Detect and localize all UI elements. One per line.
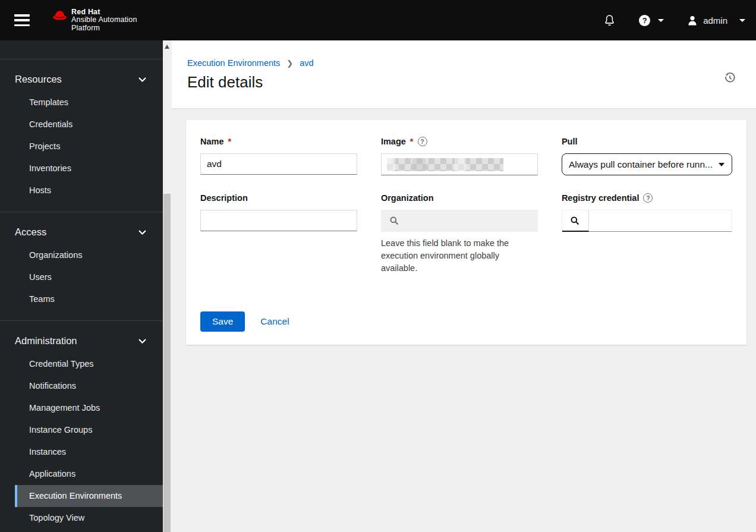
user-icon bbox=[688, 15, 697, 26]
registry-credential-label: Registry credential bbox=[562, 193, 732, 203]
sidebar-item-inventories[interactable]: Inventories bbox=[15, 158, 163, 180]
user-menu-button[interactable]: admin bbox=[688, 15, 745, 26]
sidebar-item-credential-types[interactable]: Credential Types bbox=[15, 353, 163, 375]
name-label-text: Name bbox=[200, 137, 224, 146]
pull-selected-option: Always pull container before runn... bbox=[569, 159, 713, 170]
page-body: Name Image bbox=[172, 108, 756, 532]
brand-logo: Red Hat Ansible Automation Platform bbox=[52, 8, 137, 33]
history-icon bbox=[723, 71, 736, 84]
sidebar-scrollbar bbox=[163, 40, 172, 532]
nav-group-toggle-access[interactable]: Access bbox=[0, 220, 163, 244]
description-input[interactable] bbox=[200, 210, 357, 231]
field-organization: Organization Leave this field blank to m… bbox=[381, 193, 538, 275]
sidebar-item-execution-environments[interactable]: Execution Environments bbox=[15, 485, 163, 507]
sidebar-item-topology-view[interactable]: Topology View bbox=[15, 507, 163, 529]
image-input[interactable] bbox=[381, 153, 538, 175]
image-label-text: Image bbox=[381, 137, 406, 146]
field-description: Description bbox=[200, 193, 357, 275]
nav-group-toggle-administration[interactable]: Administration bbox=[0, 329, 163, 353]
bell-icon bbox=[604, 14, 615, 27]
registry-credential-help-icon[interactable] bbox=[643, 193, 653, 203]
sidebar-top-padding bbox=[0, 40, 163, 59]
field-registry-credential: Registry credential bbox=[562, 193, 732, 275]
question-circle-icon bbox=[639, 15, 650, 26]
nav-group-label: Access bbox=[15, 226, 46, 238]
description-label-text: Description bbox=[200, 193, 248, 203]
main-content: Execution Environments avd Edit details bbox=[172, 40, 756, 532]
breadcrumb-link-execution-environments[interactable]: Execution Environments bbox=[187, 58, 280, 68]
image-label: Image bbox=[381, 137, 538, 146]
sidebar-item-instances[interactable]: Instances bbox=[15, 441, 163, 463]
brand-product-line1: Ansible Automation bbox=[71, 16, 137, 24]
sidebar-item-organizations[interactable]: Organizations bbox=[15, 244, 163, 266]
breadcrumb: Execution Environments avd bbox=[187, 58, 314, 68]
cancel-button[interactable]: Cancel bbox=[260, 316, 289, 327]
pull-select[interactable]: Always pull container before runn... bbox=[562, 153, 732, 175]
sidebar-item-management-jobs[interactable]: Management Jobs bbox=[15, 397, 163, 419]
form-actions: Save Cancel bbox=[200, 311, 732, 332]
chevron-down-icon bbox=[138, 77, 146, 82]
caret-down-icon bbox=[719, 163, 724, 166]
description-label: Description bbox=[200, 193, 357, 203]
nav-group-toggle-resources[interactable]: Resources bbox=[0, 67, 163, 92]
required-asterisk bbox=[410, 137, 414, 146]
sidebar-item-hosts[interactable]: Hosts bbox=[15, 180, 163, 202]
nav-group-label: Administration bbox=[15, 335, 77, 347]
user-label: admin bbox=[703, 15, 727, 26]
sidebar-item-applications[interactable]: Applications bbox=[15, 463, 163, 485]
name-input[interactable] bbox=[200, 153, 357, 175]
name-label: Name bbox=[200, 137, 357, 146]
field-pull: Pull Always pull container before runn..… bbox=[562, 137, 732, 175]
caret-down-icon bbox=[739, 19, 745, 22]
help-menu-button[interactable] bbox=[639, 15, 664, 26]
notifications-button[interactable] bbox=[604, 14, 615, 27]
search-icon bbox=[389, 216, 399, 226]
image-help-icon[interactable] bbox=[418, 137, 427, 146]
field-image: Image bbox=[381, 137, 538, 175]
registry-credential-lookup bbox=[562, 210, 732, 232]
save-button[interactable]: Save bbox=[200, 311, 245, 332]
sidebar-item-projects[interactable]: Projects bbox=[15, 136, 163, 158]
nav-group-administration: Administration Credential Types Notifica… bbox=[0, 320, 163, 532]
registry-credential-label-text: Registry credential bbox=[562, 193, 640, 203]
required-asterisk bbox=[228, 137, 232, 146]
search-icon bbox=[570, 216, 580, 226]
sidebar-nav: Resources Templates Credentials Projects… bbox=[0, 40, 163, 532]
sidebar-item-templates[interactable]: Templates bbox=[15, 92, 163, 114]
nav-group-label: Resources bbox=[15, 74, 62, 85]
breadcrumb-separator-icon bbox=[286, 59, 293, 68]
organization-helper-text: Leave this field blank to make the execu… bbox=[381, 237, 538, 275]
nav-group-access: Access Organizations Users Teams bbox=[0, 212, 163, 320]
breadcrumb-link-avd[interactable]: avd bbox=[300, 58, 313, 68]
pull-label: Pull bbox=[562, 137, 732, 146]
brand-product-line2: Platform bbox=[71, 24, 137, 33]
scrollbar-thumb[interactable] bbox=[163, 194, 171, 532]
sidebar-item-teams[interactable]: Teams bbox=[15, 288, 163, 310]
app-shell: Resources Templates Credentials Projects… bbox=[0, 40, 756, 532]
sidebar-item-credentials[interactable]: Credentials bbox=[15, 114, 163, 136]
hamburger-menu-icon[interactable] bbox=[14, 14, 30, 26]
brand-name: Red Hat bbox=[71, 8, 137, 17]
sidebar-item-instance-groups[interactable]: Instance Groups bbox=[15, 419, 163, 441]
organization-label-text: Organization bbox=[381, 193, 434, 203]
activity-history-button[interactable] bbox=[723, 65, 736, 92]
chevron-down-icon bbox=[138, 339, 146, 344]
sidebar-item-notifications[interactable]: Notifications bbox=[15, 375, 163, 397]
registry-credential-search-button[interactable] bbox=[562, 210, 589, 232]
field-name: Name bbox=[200, 137, 357, 175]
registry-credential-input[interactable] bbox=[589, 210, 732, 232]
masthead: Red Hat Ansible Automation Platform admi… bbox=[0, 0, 756, 40]
organization-label: Organization bbox=[381, 193, 538, 203]
chevron-down-icon bbox=[138, 230, 146, 235]
scrollbar-up-arrow-icon[interactable] bbox=[165, 45, 169, 49]
page-header: Execution Environments avd Edit details bbox=[172, 40, 756, 108]
pull-label-text: Pull bbox=[562, 137, 578, 146]
redacted-image-value bbox=[387, 158, 503, 171]
organization-lookup-disabled bbox=[381, 210, 538, 232]
page-title: Edit details bbox=[187, 73, 314, 92]
sidebar-item-users[interactable]: Users bbox=[15, 266, 163, 288]
redhat-fedora-icon bbox=[52, 10, 67, 20]
edit-form-card: Name Image bbox=[186, 120, 746, 345]
caret-down-icon bbox=[658, 19, 664, 22]
edit-form: Name Image bbox=[200, 137, 732, 275]
